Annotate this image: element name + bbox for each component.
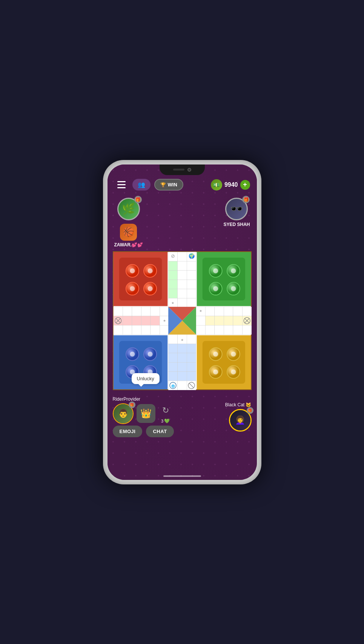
- svg-rect-97: [205, 325, 215, 335]
- svg-rect-74: [113, 325, 123, 335]
- svg-rect-51: [177, 280, 187, 289]
- gem-icon: 💚: [164, 418, 170, 424]
- svg-point-8: [130, 286, 135, 291]
- svg-point-34: [213, 352, 218, 357]
- phone-screen: 👥 🏆 WIN 💵 9940 + 🌿: [108, 164, 257, 480]
- top-players-row: 🌿 🎁 🏀 ZAWAR.💕💕 🕶️ 🎁: [108, 196, 257, 249]
- rider-avatar-wrapper: 👨 🎁: [113, 403, 134, 424]
- svg-rect-88: [233, 307, 242, 316]
- svg-rect-70: [132, 316, 141, 325]
- svg-rect-71: [141, 316, 151, 325]
- action-buttons: EMOJI CHAT: [113, 426, 174, 437]
- svg-rect-53: [168, 289, 178, 298]
- svg-rect-52: [187, 280, 196, 289]
- svg-rect-92: [214, 316, 224, 325]
- svg-rect-117: [187, 362, 196, 372]
- menu-line-1: [117, 181, 126, 182]
- bottom-area: RiderProvider 👨 🎁 👑 ↻: [108, 393, 257, 443]
- notch-camera: [187, 168, 191, 172]
- svg-rect-76: [132, 325, 141, 335]
- chat-button[interactable]: CHAT: [146, 426, 174, 437]
- player-top-right-avatar: 🕶️ 🎁: [225, 198, 248, 220]
- svg-rect-66: [151, 307, 160, 316]
- refresh-count-number: 3: [161, 419, 163, 423]
- add-coin-button[interactable]: +: [240, 180, 250, 190]
- svg-rect-47: [168, 270, 178, 280]
- svg-point-6: [147, 268, 152, 273]
- svg-rect-90: [196, 316, 205, 325]
- svg-rect-109: [168, 344, 178, 353]
- svg-rect-58: [187, 298, 196, 307]
- svg-point-36: [231, 352, 236, 357]
- ludo-board-svg: ⊘ 🌍 ★: [113, 251, 252, 390]
- gift-badge-rider: 🎁: [129, 401, 135, 408]
- speech-bubble-text: Unlucky: [137, 376, 154, 381]
- svg-rect-63: [123, 307, 132, 316]
- svg-rect-115: [168, 362, 178, 372]
- svg-rect-49: [187, 270, 196, 280]
- svg-rect-65: [141, 307, 151, 316]
- refresh-button[interactable]: ↻: [158, 403, 173, 418]
- svg-rect-110: [177, 344, 187, 353]
- svg-point-10: [147, 286, 152, 291]
- svg-rect-45: [177, 261, 187, 271]
- svg-rect-77: [141, 325, 151, 335]
- svg-rect-100: [233, 325, 242, 335]
- svg-rect-57: [177, 298, 187, 307]
- player-top-left: 🌿 🎁 🏀 ZAWAR.💕💕: [114, 198, 143, 247]
- gift-badge-syedshah: 🎁: [242, 196, 250, 203]
- player-name-syedshah: SYED SHAH: [223, 222, 250, 227]
- svg-rect-119: [177, 371, 187, 381]
- svg-point-24: [130, 352, 135, 357]
- player-top-right: 🕶️ 🎁 SYED SHAH: [223, 198, 250, 227]
- svg-text:🌍: 🌍: [188, 252, 195, 259]
- svg-point-40: [231, 369, 236, 374]
- gift-badge-blackcat: 🎁: [247, 407, 253, 414]
- coin-icon: 💵: [211, 179, 222, 191]
- notch-sensor: [173, 169, 184, 171]
- svg-rect-86: [214, 307, 224, 316]
- game-token-basketball: 🏀: [120, 224, 137, 241]
- svg-rect-32: [202, 341, 245, 383]
- svg-rect-120: [187, 371, 196, 381]
- svg-rect-75: [123, 325, 132, 335]
- svg-rect-106: [168, 334, 178, 344]
- friends-button[interactable]: 👥: [132, 179, 151, 191]
- emoji-button[interactable]: EMOJI: [113, 426, 143, 437]
- player-name-zawar: ZAWAR.💕💕: [114, 242, 143, 247]
- svg-point-26: [147, 352, 152, 357]
- coin-amount: 9940: [224, 181, 238, 188]
- player-name-blackcat: Black Cat 🐱: [225, 402, 252, 407]
- svg-rect-113: [177, 353, 187, 362]
- player-bottom-left-group: RiderProvider 👨 🎁 👑 ↻: [113, 397, 174, 437]
- gift-badge-zawar: 🎁: [134, 196, 142, 203]
- svg-rect-87: [224, 307, 233, 316]
- board-wrapper: ⊘ 🌍 ★: [113, 251, 252, 392]
- win-button[interactable]: 🏆 WIN: [154, 179, 183, 191]
- crown-button[interactable]: 👑: [137, 404, 155, 423]
- svg-text:⊘: ⊘: [170, 253, 175, 258]
- svg-rect-2: [119, 257, 161, 300]
- svg-rect-112: [168, 353, 178, 362]
- svg-rect-98: [214, 325, 224, 335]
- gift-icon: 🎁: [135, 197, 141, 202]
- menu-button[interactable]: [114, 178, 129, 192]
- svg-rect-114: [187, 353, 196, 362]
- home-indicator: [163, 475, 201, 477]
- svg-point-18: [213, 286, 218, 291]
- svg-rect-116: [177, 362, 187, 372]
- svg-rect-42: [177, 252, 187, 261]
- svg-rect-50: [168, 280, 178, 289]
- svg-rect-78: [151, 325, 160, 335]
- gift-icon-2: 🎁: [243, 197, 249, 202]
- menu-line-3: [117, 187, 126, 188]
- player-name-riderprovider: RiderProvider: [113, 397, 140, 402]
- svg-rect-91: [205, 316, 215, 325]
- svg-rect-69: [123, 316, 132, 325]
- blackcat-avatar-wrapper: 👩‍🦱 🎁: [229, 409, 252, 432]
- notch: [160, 164, 205, 175]
- svg-rect-62: [113, 307, 123, 316]
- speech-bubble: Unlucky: [132, 373, 160, 384]
- svg-rect-44: [168, 261, 178, 271]
- svg-rect-93: [224, 316, 233, 325]
